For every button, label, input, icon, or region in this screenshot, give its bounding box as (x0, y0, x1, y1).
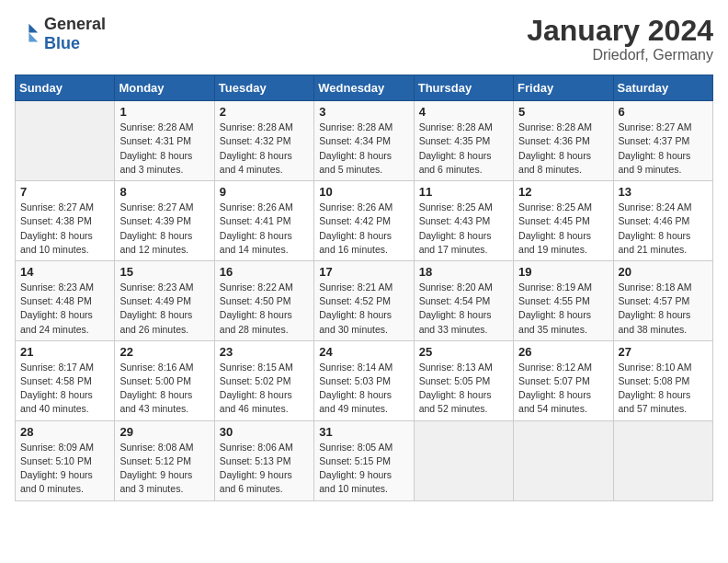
day-info: Sunrise: 8:18 AM Sunset: 4:57 PM Dayligh… (619, 281, 708, 337)
calendar-cell: 12Sunrise: 8:25 AM Sunset: 4:45 PM Dayli… (514, 181, 613, 261)
calendar-table: SundayMondayTuesdayWednesdayThursdayFrid… (15, 75, 713, 500)
day-info: Sunrise: 8:25 AM Sunset: 4:43 PM Dayligh… (419, 201, 508, 257)
svg-marker-1 (28, 33, 38, 42)
day-info: Sunrise: 8:26 AM Sunset: 4:41 PM Dayligh… (220, 201, 309, 257)
calendar-cell (414, 420, 513, 500)
day-header-saturday: Saturday (613, 75, 712, 101)
calendar-cell: 26Sunrise: 8:12 AM Sunset: 5:07 PM Dayli… (514, 340, 613, 420)
calendar-cell: 20Sunrise: 8:18 AM Sunset: 4:57 PM Dayli… (613, 260, 712, 340)
day-number: 8 (119, 185, 209, 199)
day-number: 13 (619, 185, 708, 199)
day-number: 9 (220, 185, 309, 199)
calendar-cell: 10Sunrise: 8:26 AM Sunset: 4:42 PM Dayli… (314, 181, 414, 261)
logo-icon (15, 21, 40, 47)
day-number: 31 (319, 425, 408, 439)
day-number: 1 (119, 105, 209, 119)
day-number: 26 (518, 345, 608, 359)
day-info: Sunrise: 8:06 AM Sunset: 5:13 PM Dayligh… (220, 441, 309, 497)
day-number: 19 (518, 265, 608, 279)
day-info: Sunrise: 8:23 AM Sunset: 4:48 PM Dayligh… (20, 281, 109, 337)
logo-blue: Blue (44, 34, 80, 52)
day-info: Sunrise: 8:28 AM Sunset: 4:32 PM Dayligh… (220, 121, 309, 177)
calendar-body: 1Sunrise: 8:28 AM Sunset: 4:31 PM Daylig… (16, 101, 713, 500)
logo: General Blue (15, 15, 106, 53)
calendar-week-1: 1Sunrise: 8:28 AM Sunset: 4:31 PM Daylig… (16, 101, 713, 181)
calendar-cell: 13Sunrise: 8:24 AM Sunset: 4:46 PM Dayli… (613, 181, 712, 261)
calendar-cell: 28Sunrise: 8:09 AM Sunset: 5:10 PM Dayli… (16, 420, 115, 500)
day-number: 20 (619, 265, 708, 279)
day-info: Sunrise: 8:26 AM Sunset: 4:42 PM Dayligh… (319, 201, 408, 257)
svg-marker-0 (28, 24, 38, 33)
calendar-week-2: 7Sunrise: 8:27 AM Sunset: 4:38 PM Daylig… (16, 181, 713, 261)
day-info: Sunrise: 8:28 AM Sunset: 4:35 PM Dayligh… (419, 121, 508, 177)
calendar-cell (16, 101, 115, 181)
day-info: Sunrise: 8:24 AM Sunset: 4:46 PM Dayligh… (619, 201, 708, 257)
day-header-wednesday: Wednesday (314, 75, 414, 101)
day-number: 16 (220, 265, 309, 279)
day-info: Sunrise: 8:22 AM Sunset: 4:50 PM Dayligh… (220, 281, 309, 337)
calendar-cell: 5Sunrise: 8:28 AM Sunset: 4:36 PM Daylig… (514, 101, 613, 181)
calendar-cell: 19Sunrise: 8:19 AM Sunset: 4:55 PM Dayli… (514, 260, 613, 340)
calendar-cell: 8Sunrise: 8:27 AM Sunset: 4:39 PM Daylig… (115, 181, 214, 261)
day-number: 24 (319, 345, 408, 359)
day-header-friday: Friday (514, 75, 613, 101)
calendar-week-3: 14Sunrise: 8:23 AM Sunset: 4:48 PM Dayli… (16, 260, 713, 340)
day-info: Sunrise: 8:19 AM Sunset: 4:55 PM Dayligh… (518, 281, 608, 337)
day-info: Sunrise: 8:27 AM Sunset: 4:38 PM Dayligh… (20, 201, 109, 257)
day-number: 14 (20, 265, 109, 279)
calendar-cell: 4Sunrise: 8:28 AM Sunset: 4:35 PM Daylig… (414, 101, 513, 181)
day-number: 4 (419, 105, 508, 119)
day-number: 7 (20, 185, 109, 199)
day-number: 11 (419, 185, 508, 199)
day-number: 22 (119, 345, 209, 359)
calendar-cell: 15Sunrise: 8:23 AM Sunset: 4:49 PM Dayli… (115, 260, 214, 340)
day-info: Sunrise: 8:28 AM Sunset: 4:34 PM Dayligh… (319, 121, 408, 177)
day-info: Sunrise: 8:13 AM Sunset: 5:05 PM Dayligh… (419, 361, 508, 417)
calendar-cell: 17Sunrise: 8:21 AM Sunset: 4:52 PM Dayli… (314, 260, 414, 340)
day-number: 23 (220, 345, 309, 359)
day-number: 21 (20, 345, 109, 359)
calendar-cell: 14Sunrise: 8:23 AM Sunset: 4:48 PM Dayli… (16, 260, 115, 340)
logo-text: General Blue (44, 15, 106, 53)
day-number: 2 (220, 105, 309, 119)
day-number: 28 (20, 425, 109, 439)
day-info: Sunrise: 8:28 AM Sunset: 4:36 PM Dayligh… (518, 121, 608, 177)
day-number: 5 (518, 105, 608, 119)
logo-general: General (44, 15, 106, 33)
calendar-cell: 6Sunrise: 8:27 AM Sunset: 4:37 PM Daylig… (613, 101, 712, 181)
calendar-cell: 31Sunrise: 8:05 AM Sunset: 5:15 PM Dayli… (314, 420, 414, 500)
days-header-row: SundayMondayTuesdayWednesdayThursdayFrid… (16, 75, 713, 101)
calendar-cell: 21Sunrise: 8:17 AM Sunset: 4:58 PM Dayli… (16, 340, 115, 420)
day-info: Sunrise: 8:14 AM Sunset: 5:03 PM Dayligh… (319, 361, 408, 417)
calendar-cell: 23Sunrise: 8:15 AM Sunset: 5:02 PM Dayli… (214, 340, 313, 420)
day-info: Sunrise: 8:16 AM Sunset: 5:00 PM Dayligh… (119, 361, 209, 417)
day-number: 6 (619, 105, 708, 119)
day-info: Sunrise: 8:27 AM Sunset: 4:37 PM Dayligh… (619, 121, 708, 177)
day-info: Sunrise: 8:08 AM Sunset: 5:12 PM Dayligh… (119, 441, 209, 497)
calendar-cell: 30Sunrise: 8:06 AM Sunset: 5:13 PM Dayli… (214, 420, 313, 500)
day-info: Sunrise: 8:21 AM Sunset: 4:52 PM Dayligh… (319, 281, 408, 337)
day-header-tuesday: Tuesday (214, 75, 313, 101)
calendar-cell: 22Sunrise: 8:16 AM Sunset: 5:00 PM Dayli… (115, 340, 214, 420)
day-number: 17 (319, 265, 408, 279)
day-number: 10 (319, 185, 408, 199)
calendar-cell: 3Sunrise: 8:28 AM Sunset: 4:34 PM Daylig… (314, 101, 414, 181)
calendar-week-4: 21Sunrise: 8:17 AM Sunset: 4:58 PM Dayli… (16, 340, 713, 420)
day-number: 18 (419, 265, 508, 279)
calendar-cell: 1Sunrise: 8:28 AM Sunset: 4:31 PM Daylig… (115, 101, 214, 181)
month-year-title: January 2024 (527, 15, 713, 47)
day-number: 25 (419, 345, 508, 359)
day-number: 3 (319, 105, 408, 119)
calendar-cell: 25Sunrise: 8:13 AM Sunset: 5:05 PM Dayli… (414, 340, 513, 420)
day-header-thursday: Thursday (414, 75, 513, 101)
day-info: Sunrise: 8:23 AM Sunset: 4:49 PM Dayligh… (119, 281, 209, 337)
day-number: 29 (119, 425, 209, 439)
day-number: 15 (119, 265, 209, 279)
calendar-cell (613, 420, 712, 500)
title-block: January 2024 Driedorf, Germany (527, 15, 713, 63)
day-info: Sunrise: 8:17 AM Sunset: 4:58 PM Dayligh… (20, 361, 109, 417)
day-number: 27 (619, 345, 708, 359)
day-number: 12 (518, 185, 608, 199)
day-info: Sunrise: 8:09 AM Sunset: 5:10 PM Dayligh… (20, 441, 109, 497)
calendar-week-5: 28Sunrise: 8:09 AM Sunset: 5:10 PM Dayli… (16, 420, 713, 500)
